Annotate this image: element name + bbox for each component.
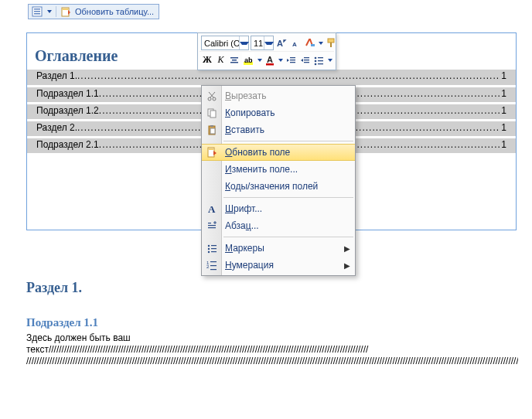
context-menu-font[interactable]: AШрифт... [202,200,355,217]
update-table-link[interactable]: Обновить таблицу... [75,7,154,16]
svg-rect-42 [208,227,216,228]
toc-row-page: 1 [500,88,506,99]
update-table-icon[interactable] [60,6,71,17]
toc-smarttag-icon[interactable] [32,6,43,17]
font-name-combo[interactable]: Calibri (Осн [201,36,249,50]
grow-font-button[interactable]: A [275,36,288,50]
bullets-button[interactable] [312,53,325,67]
italic-button[interactable]: К [215,53,227,67]
align-center-button[interactable] [228,53,240,67]
context-menu-item-label: Маркеры [225,243,264,254]
svg-text:A: A [292,41,297,48]
svg-point-43 [208,245,210,247]
font-size-combo[interactable]: 11 [251,36,274,50]
context-menu-item-label: Изменить поле... [225,164,298,175]
svg-rect-29 [318,63,323,64]
context-menu-item-label: Обновить поле [225,147,290,158]
svg-point-30 [208,97,211,100]
svg-rect-3 [34,13,40,15]
svg-rect-19 [290,60,295,60]
styles-button[interactable] [303,36,316,50]
shrink-font-button[interactable]: A [289,36,302,50]
context-menu-item-label: Абзац... [225,220,259,231]
highlight-dropdown[interactable] [256,53,262,67]
toc-row-title: Подраздел 1.1 [36,88,99,99]
letter-a-icon: A [206,203,218,215]
context-menu-update[interactable]: Обновить поле [202,144,355,161]
svg-rect-2 [34,11,40,12]
increase-indent-button[interactable] [298,53,311,67]
format-painter-button[interactable] [325,36,337,50]
context-menu: ВырезатьКопироватьВставитьОбновить полеИ… [201,85,356,276]
bullets-icon [206,242,218,254]
context-menu-bullets[interactable]: Маркеры▶ [202,240,355,257]
toc-row-page: 1 [500,70,506,81]
toc-leader: ........................................… [77,70,500,81]
svg-rect-27 [318,57,323,58]
svg-text:A: A [208,203,216,214]
heading-2: Подраздел 1.1 [26,316,518,329]
context-menu-item-label: Шрифт... [225,203,262,214]
context-menu-item-label: Вставить [225,124,264,135]
svg-rect-21 [304,57,309,58]
svg-rect-33 [210,111,216,118]
bullets-dropdown[interactable] [326,53,332,67]
context-menu-cut: Вырезать [202,87,355,104]
svg-point-44 [208,248,210,250]
toc-smarttag-dropdown[interactable] [47,10,52,13]
svg-text:A: A [277,39,283,48]
body-intro-text: Здесь должен быть ваш [26,332,131,343]
svg-rect-20 [290,62,295,63]
copy-icon [206,107,218,119]
styles-dropdown[interactable] [318,36,323,50]
svg-rect-41 [208,225,216,226]
svg-rect-17 [266,63,274,66]
context-menu-paste[interactable]: Вставить [202,121,355,138]
svg-rect-22 [304,60,309,60]
svg-text:ab: ab [244,56,253,64]
svg-rect-38 [209,148,213,150]
svg-rect-18 [290,57,295,58]
highlight-button[interactable]: ab [242,53,254,67]
context-menu-item-label: Нумерация [225,260,274,271]
separator [56,6,56,17]
svg-point-24 [315,56,317,59]
svg-text:2: 2 [206,264,210,269]
submenu-arrow-icon: ▶ [344,244,350,253]
svg-rect-9 [328,39,334,43]
scissors-icon [206,90,218,102]
svg-rect-46 [211,245,217,246]
context-menu-copy[interactable]: Копировать [202,104,355,121]
svg-point-26 [315,63,317,65]
decrease-indent-button[interactable] [285,53,297,67]
update-page-icon [206,146,218,158]
toc-row-title: Раздел 2. [36,122,77,133]
font-name-dropdown[interactable] [239,36,248,49]
svg-rect-1 [34,9,40,10]
submenu-arrow-icon: ▶ [344,261,350,270]
context-menu-separator [223,141,353,141]
context-menu-separator [223,197,353,198]
toc-row-page: 1 [500,105,506,116]
svg-rect-11 [230,57,238,59]
font-color-dropdown[interactable] [278,53,284,67]
svg-rect-47 [211,248,217,249]
bold-button[interactable]: Ж [201,53,213,67]
body-filler-2: ////////////////////////////////////////… [26,356,518,366]
svg-rect-48 [211,251,217,252]
paragraph-icon [206,220,218,232]
context-menu-para[interactable]: Абзац... [202,217,355,234]
font-size-dropdown[interactable] [264,36,273,49]
numbers-icon: 12 [206,259,218,271]
context-menu-item-label: Копировать [225,107,275,118]
context-menu-numbers[interactable]: 12Нумерация▶ [202,257,355,274]
context-menu-edit-field[interactable]: Изменить поле... [202,161,355,178]
mini-toolbar: Calibri (Осн 11 A A Ж К ab A [197,32,336,70]
svg-rect-12 [232,60,237,61]
heading-1: Раздел 1. [26,280,518,296]
context-menu-codes[interactable]: Коды/значения полей [202,178,355,195]
svg-rect-35 [210,125,213,127]
toc-row-page: 1 [500,139,506,150]
toc-row[interactable]: Раздел 1................................… [27,70,516,85]
font-color-button[interactable]: A [264,53,276,67]
